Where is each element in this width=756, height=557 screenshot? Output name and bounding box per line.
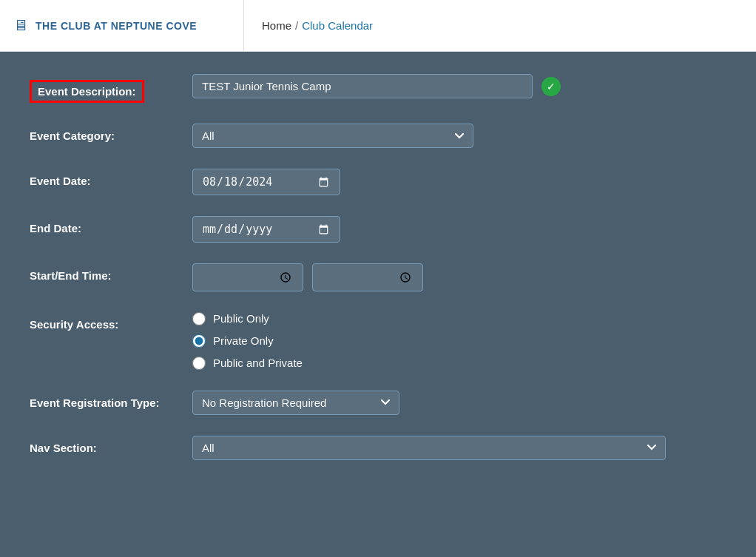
- breadcrumb-current-page: Club Calendar: [302, 19, 373, 32]
- nav-section-select[interactable]: All Home Events Sports Dining Fitness: [192, 436, 666, 460]
- event-date-input[interactable]: [192, 169, 340, 195]
- start-time-input[interactable]: [192, 263, 303, 291]
- event-description-controls: ✓: [192, 74, 726, 98]
- security-radio-group: Public Only Private Only Public and Priv…: [192, 312, 303, 370]
- security-public-private-radio[interactable]: [192, 357, 206, 370]
- event-description-row: Event Description: ✓: [30, 74, 726, 103]
- security-private-only-option[interactable]: Private Only: [192, 334, 303, 348]
- start-end-time-label: Start/End Time:: [30, 263, 192, 282]
- event-description-label: Event Description:: [30, 80, 144, 103]
- event-date-label: Event Date:: [30, 169, 192, 187]
- end-date-row: End Date:: [30, 216, 726, 243]
- security-access-row: Security Access: Public Only Private Onl…: [30, 312, 726, 370]
- main-content: Event Description: ✓ Event Category: All…: [0, 52, 756, 557]
- logo-section: 🖥 THE CLUB AT NEPTUNE COVE: [0, 0, 244, 51]
- end-date-controls: [192, 216, 726, 243]
- header: 🖥 THE CLUB AT NEPTUNE COVE Home / Club C…: [0, 0, 756, 52]
- registration-type-controls: No Registration Required Online Registra…: [192, 391, 726, 415]
- security-public-private-label: Public and Private: [213, 357, 303, 369]
- nav-section-label: Nav Section:: [30, 436, 192, 454]
- security-private-only-radio[interactable]: [192, 334, 206, 348]
- security-access-label: Security Access:: [30, 312, 192, 331]
- security-private-only-label: Private Only: [213, 334, 274, 347]
- start-end-time-row: Start/End Time:: [30, 263, 726, 291]
- registration-type-label: Event Registration Type:: [30, 391, 192, 409]
- logo-text: THE CLUB AT NEPTUNE COVE: [36, 20, 197, 32]
- breadcrumb-separator: /: [295, 19, 298, 32]
- security-access-controls: Public Only Private Only Public and Priv…: [192, 312, 726, 370]
- event-category-select[interactable]: All Sports Social Fitness Junior: [192, 124, 473, 148]
- breadcrumb: Home / Club Calendar: [244, 0, 391, 51]
- nav-section-row: Nav Section: All Home Events Sports Dini…: [30, 436, 726, 460]
- end-date-input[interactable]: [192, 216, 340, 243]
- event-description-input[interactable]: [192, 74, 533, 98]
- event-date-controls: [192, 169, 726, 195]
- nav-section-controls: All Home Events Sports Dining Fitness: [192, 436, 726, 460]
- start-end-time-controls: [192, 263, 726, 291]
- event-category-row: Event Category: All Sports Social Fitnes…: [30, 124, 726, 148]
- registration-type-row: Event Registration Type: No Registration…: [30, 391, 726, 415]
- validation-check-icon: ✓: [541, 77, 561, 96]
- event-description-label-wrapper: Event Description:: [30, 74, 192, 103]
- registration-type-select[interactable]: No Registration Required Online Registra…: [192, 391, 399, 415]
- breadcrumb-home-link[interactable]: Home: [262, 19, 291, 32]
- end-time-input[interactable]: [312, 263, 423, 291]
- event-date-row: Event Date:: [30, 169, 726, 195]
- event-category-controls: All Sports Social Fitness Junior: [192, 124, 726, 148]
- monitor-icon: 🖥: [13, 17, 28, 34]
- security-public-private-option[interactable]: Public and Private: [192, 357, 303, 370]
- event-category-label: Event Category:: [30, 124, 192, 142]
- security-public-only-option[interactable]: Public Only: [192, 312, 303, 325]
- security-public-only-radio[interactable]: [192, 312, 206, 325]
- end-date-label: End Date:: [30, 216, 192, 234]
- security-public-only-label: Public Only: [213, 312, 269, 325]
